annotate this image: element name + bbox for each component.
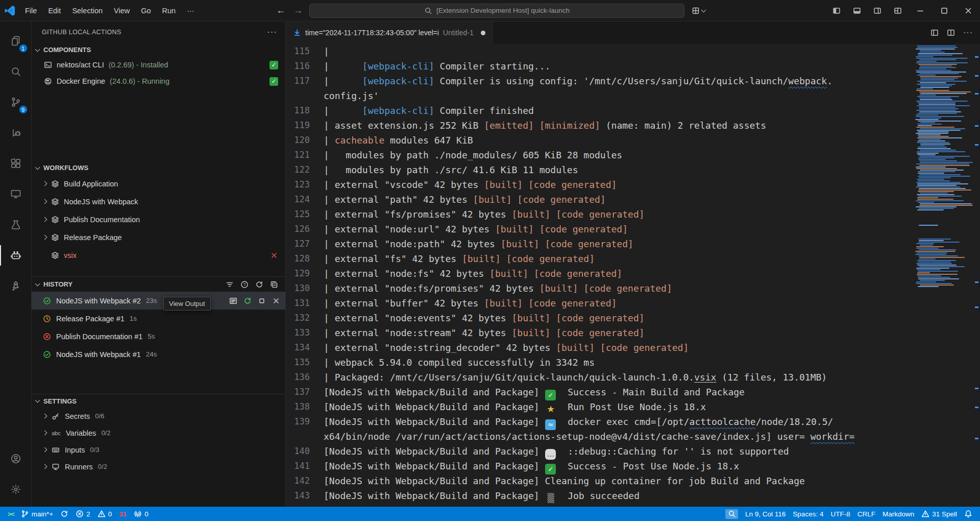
line-number[interactable]: 139: [286, 414, 324, 429]
editor-line[interactable]: 117| [webpack-cli] Compiler is using con…: [286, 74, 914, 88]
line-number[interactable]: 120: [286, 133, 324, 148]
activitybar-source-control[interactable]: 9: [0, 87, 32, 117]
editor-line[interactable]: 125| external "fs/promises" 42 bytes [bu…: [286, 207, 914, 222]
go-back-button[interactable]: ←: [275, 5, 287, 16]
toggle-panel-button[interactable]: [847, 0, 867, 21]
minimap[interactable]: [914, 44, 973, 507]
activitybar-deploy-rocket[interactable]: [0, 271, 32, 301]
open-changes-button[interactable]: [930, 29, 939, 37]
encoding[interactable]: UTF-8: [827, 507, 853, 521]
line-number[interactable]: [286, 429, 324, 444]
line-number[interactable]: 119: [286, 118, 324, 133]
editor-line[interactable]: 116| [webpack-cli] Compiler starting...: [286, 59, 914, 74]
editor-line[interactable]: 121| modules by path ./node_modules/ 605…: [286, 148, 914, 162]
line-number[interactable]: 137: [286, 385, 324, 399]
history-item[interactable]: Release Package #11s: [32, 310, 285, 327]
editor-line[interactable]: 142[NodeJS with Webpack/Build and Packag…: [286, 473, 914, 488]
ports[interactable]: 0: [130, 507, 152, 521]
editor-line[interactable]: 137[NodeJS with Webpack/Build and Packag…: [286, 385, 914, 399]
workflow-item[interactable]: NodeJS with Webpack: [32, 193, 285, 210]
eol[interactable]: CRLF: [854, 507, 879, 521]
editor-line[interactable]: 138[NodeJS with Webpack/Build and Packag…: [286, 399, 914, 414]
editor-line[interactable]: 139[NodeJS with Webpack/Build and Packag…: [286, 414, 914, 429]
line-number[interactable]: 142: [286, 473, 324, 488]
customize-layout-button[interactable]: [888, 0, 908, 21]
line-number[interactable]: 123: [286, 177, 324, 192]
activitybar-github-local-actions[interactable]: [0, 240, 32, 271]
line-number[interactable]: 129: [286, 266, 324, 281]
editor-line[interactable]: 128| external "fs" 42 bytes [built] [cod…: [286, 251, 914, 266]
history-item[interactable]: NodeJS with Webpack #223s: [32, 292, 285, 310]
code-area[interactable]: 115|116| [webpack-cli] Compiler starting…: [286, 44, 914, 507]
editor-line[interactable]: config.js': [286, 88, 914, 103]
activitybar-settings-gear[interactable]: [0, 474, 32, 505]
editor-line[interactable]: 133| external "node:stream" 42 bytes [bu…: [286, 325, 914, 340]
activitybar-extensions[interactable]: [0, 148, 32, 179]
dismiss-button[interactable]: [272, 297, 280, 305]
line-number[interactable]: 125: [286, 207, 324, 222]
refresh-button[interactable]: [255, 280, 263, 289]
editor-line[interactable]: 143[NodeJS with Webpack/Build and Packag…: [286, 488, 914, 503]
workflow-item[interactable]: Publish Documentation: [32, 210, 285, 228]
stop-button[interactable]: [258, 297, 266, 305]
error-count[interactable]: 31: [115, 507, 130, 521]
line-number[interactable]: 132: [286, 311, 324, 325]
line-number[interactable]: 122: [286, 162, 324, 177]
line-number[interactable]: 138: [286, 399, 324, 414]
line-number[interactable]: 126: [286, 222, 324, 236]
help-button[interactable]: ?: [240, 280, 249, 289]
maximize-button[interactable]: [932, 0, 956, 21]
notifications[interactable]: [961, 507, 976, 521]
settings-item-secrets[interactable]: Secrets0/6: [32, 408, 285, 424]
activitybar-search[interactable]: [0, 56, 32, 87]
editor-line[interactable]: 119| asset extension.js 252 KiB [emitted…: [286, 118, 914, 133]
workflow-item[interactable]: Build Application: [32, 175, 285, 193]
dirty-indicator[interactable]: [481, 31, 485, 35]
history-item[interactable]: Publish Documentation #15s: [32, 327, 285, 345]
close-button[interactable]: [956, 0, 980, 21]
workflow-error-icon[interactable]: [270, 251, 278, 259]
sidebar-more-actions-button[interactable]: ···: [267, 27, 277, 37]
editor-line[interactable]: 140[NodeJS with Webpack/Build and Packag…: [286, 444, 914, 459]
history-item[interactable]: NodeJS with Webpack #124s: [32, 345, 285, 363]
editor-line[interactable]: 127| external "node:path" 42 bytes [buil…: [286, 236, 914, 251]
activitybar-explorer[interactable]: 1: [0, 26, 32, 56]
toggle-secondary-sidebar-button[interactable]: [867, 0, 888, 21]
section-settings[interactable]: SETTINGS: [32, 394, 285, 408]
section-history[interactable]: HISTORY ?: [32, 276, 285, 292]
line-number[interactable]: [286, 88, 324, 103]
menu-go[interactable]: Go: [135, 4, 156, 18]
line-number[interactable]: 124: [286, 192, 324, 207]
problems-warnings[interactable]: 0: [94, 507, 116, 521]
section-workflows[interactable]: WORKFLOWS: [32, 161, 285, 175]
editor-line[interactable]: 136| Packaged: /mnt/c/Users/sanju/Git/qu…: [286, 370, 914, 385]
line-number[interactable]: 128: [286, 251, 324, 266]
editor-line[interactable]: 132| external "node:events" 42 bytes [bu…: [286, 311, 914, 325]
component-item[interactable]: nektos/act CLI(0.2.69) - Installed✓: [32, 57, 285, 73]
editor-line[interactable]: 118| [webpack-cli] Compiler finished: [286, 103, 914, 118]
branch-status[interactable]: main*+: [17, 507, 57, 521]
settings-item-runners[interactable]: Runners0/2: [32, 458, 285, 475]
editor-line[interactable]: 131| external "buffer" 42 bytes [built] …: [286, 296, 914, 311]
menu-file[interactable]: File: [19, 4, 42, 18]
menu-run[interactable]: Run: [157, 4, 182, 18]
editor-line[interactable]: 134| external "node:string_decoder" 42 b…: [286, 340, 914, 355]
workflow-item[interactable]: vsix: [32, 246, 285, 264]
menu-selection[interactable]: Selection: [66, 4, 108, 18]
more-actions-button[interactable]: ···: [963, 28, 973, 37]
line-number[interactable]: 115: [286, 44, 324, 59]
workflow-item[interactable]: Release Package: [32, 228, 285, 246]
editor-line[interactable]: 115|: [286, 44, 914, 59]
line-number[interactable]: 133: [286, 325, 324, 340]
split-editor-button[interactable]: [947, 29, 955, 37]
editor-line[interactable]: 122| modules by path ./src/ 41.6 KiB 11 …: [286, 162, 914, 177]
sync-status[interactable]: [57, 507, 72, 521]
editor-line[interactable]: 120| cacheable modules 647 KiB: [286, 133, 914, 148]
editor-line[interactable]: 124| external "path" 42 bytes [built] [c…: [286, 192, 914, 207]
minimize-button[interactable]: [908, 0, 932, 21]
line-number[interactable]: 140: [286, 444, 324, 459]
menu-more-button[interactable]: ···: [181, 4, 200, 18]
line-number[interactable]: 141: [286, 459, 324, 473]
line-number[interactable]: 127: [286, 236, 324, 251]
menu-edit[interactable]: Edit: [42, 4, 66, 18]
